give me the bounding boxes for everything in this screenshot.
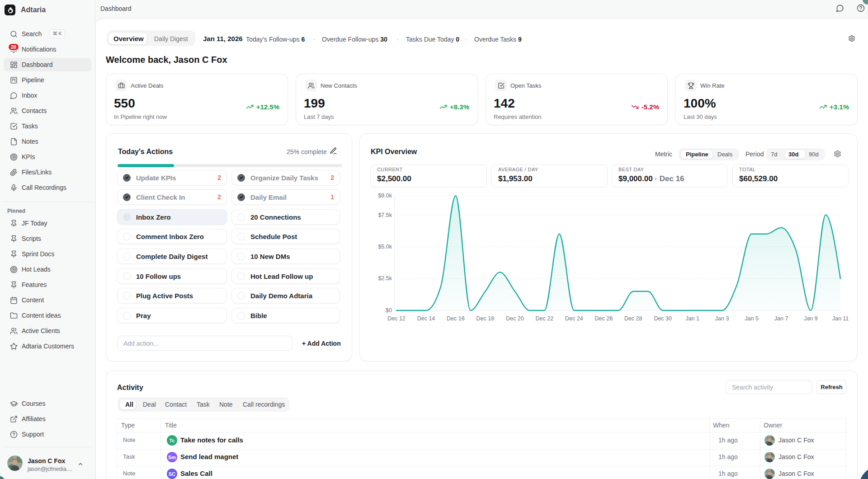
svg-text:Jan 7: Jan 7 bbox=[774, 315, 788, 322]
svg-text:Dec 24: Dec 24 bbox=[565, 315, 583, 322]
svg-text:Dec 22: Dec 22 bbox=[535, 315, 553, 322]
svg-text:Dec 18: Dec 18 bbox=[476, 315, 495, 322]
svg-text:Dec 28: Dec 28 bbox=[624, 315, 642, 322]
svg-text:Dec 12: Dec 12 bbox=[387, 315, 406, 322]
svg-text:Jan 1: Jan 1 bbox=[685, 315, 699, 322]
svg-text:$5.0k: $5.0k bbox=[378, 244, 392, 250]
svg-text:$0: $0 bbox=[386, 307, 392, 314]
svg-text:Jan 11: Jan 11 bbox=[832, 315, 849, 322]
svg-text:$7.5k: $7.5k bbox=[378, 212, 392, 218]
svg-text:Dec 14: Dec 14 bbox=[417, 315, 435, 322]
svg-text:Dec 20: Dec 20 bbox=[506, 315, 524, 322]
svg-text:$9.0k: $9.0k bbox=[378, 193, 392, 199]
svg-text:Jan 9: Jan 9 bbox=[804, 315, 818, 322]
svg-text:Jan 3: Jan 3 bbox=[715, 315, 729, 322]
svg-text:Dec 26: Dec 26 bbox=[594, 315, 613, 322]
svg-text:Dec 16: Dec 16 bbox=[447, 315, 465, 322]
svg-text:Jan 5: Jan 5 bbox=[745, 315, 759, 322]
svg-text:Dec 30: Dec 30 bbox=[654, 315, 672, 322]
svg-text:$2.5k: $2.5k bbox=[378, 275, 392, 282]
